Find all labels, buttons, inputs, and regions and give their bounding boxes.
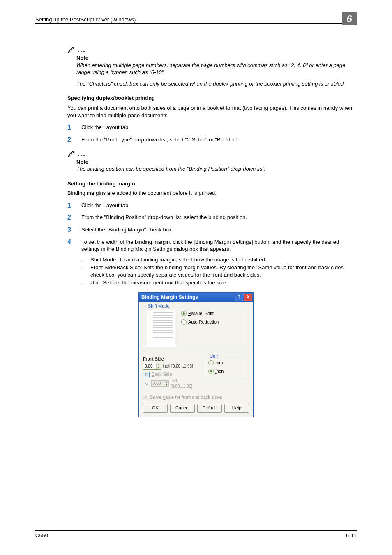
- parallel-shift-radio[interactable]: Parallel Shift: [181, 310, 219, 317]
- unit-mm-radio[interactable]: mm: [208, 360, 245, 366]
- shift-mode-preview-icon: [147, 310, 175, 347]
- binding-margin-settings-dialog: Binding Margin Settings ? X Shift Mode: [138, 292, 254, 417]
- link-icon: ⇵: [143, 372, 150, 377]
- bullet-dash-icon: –: [81, 279, 90, 287]
- section-heading-binding: Setting the binding margin: [67, 180, 357, 187]
- spin-arrows-icon: ▲▼: [164, 381, 168, 386]
- front-side-spinbox[interactable]: 0.00 ▲▼: [143, 363, 161, 370]
- step-text: To set the width of the binding margin, …: [81, 238, 357, 253]
- same-value-checkbox: ✓ Same value for front and back sides: [143, 394, 249, 400]
- link-arrow-icon: ↘: [143, 381, 149, 386]
- note-text: The "Chapters" check box can only be sel…: [76, 80, 357, 88]
- shift-mode-groupbox: Shift Mode Parallel Shift: [143, 306, 249, 352]
- cancel-button[interactable]: Cancel: [170, 404, 195, 413]
- radio-icon: [181, 311, 187, 316]
- spin-arrows-icon[interactable]: ▲▼: [156, 363, 161, 369]
- pencil-icon: [67, 149, 76, 157]
- bullet-dash-icon: –: [81, 256, 90, 264]
- note-label: Note: [76, 158, 357, 166]
- step-number: 1: [67, 201, 81, 210]
- unit-groupbox: Unit mm inch: [205, 356, 249, 379]
- group-legend: Unit: [208, 353, 219, 359]
- note-text: The binding position can be specified fr…: [76, 165, 357, 173]
- step-number: 2: [67, 213, 81, 222]
- range-hint: inch [0.00...1.96]: [163, 363, 193, 369]
- titlebar-close-button[interactable]: X: [244, 294, 252, 301]
- note-dots-icon: ...: [77, 45, 86, 55]
- step-number: 4: [67, 238, 81, 253]
- step-text: Click the Layout tab.: [81, 201, 357, 210]
- footer-model: C650: [35, 532, 48, 539]
- note-block: ... Note When entering multiple page num…: [67, 44, 357, 87]
- dialog-title: Binding Margin Settings: [141, 294, 198, 301]
- bullet-text: Shift Mode: To add a binding margin, sel…: [90, 256, 266, 264]
- chapter-number-badge: 6: [342, 12, 357, 25]
- checkbox-icon: ✓: [143, 395, 148, 400]
- bullet-text: Unit: Selects the measurement unit that …: [90, 279, 228, 287]
- step-text: Click the Layout tab.: [81, 123, 357, 132]
- titlebar-help-button[interactable]: ?: [235, 294, 243, 301]
- help-button[interactable]: Help: [224, 404, 249, 413]
- step-text: From the "Print Type" drop-down list, se…: [81, 135, 357, 144]
- note-text: When entering multiple page numbers, sep…: [76, 62, 357, 76]
- step-text: From the "Binding Position" drop-down li…: [81, 213, 357, 222]
- section-heading-duplex: Specifying duplex/booklet printing: [67, 95, 357, 102]
- dialog-titlebar[interactable]: Binding Margin Settings ? X: [139, 293, 253, 302]
- radio-icon: [208, 369, 214, 374]
- back-side-spinbox: 0.00 ▲▼: [151, 380, 169, 387]
- back-side-label: Back Side: [152, 372, 172, 377]
- pencil-icon: [67, 45, 76, 53]
- step-text: Select the "Binding Margin" check box.: [81, 225, 357, 234]
- radio-icon: [181, 319, 187, 325]
- unit-inch-radio[interactable]: inch: [208, 368, 245, 375]
- step-number: 3: [67, 225, 81, 234]
- default-button[interactable]: Default: [197, 404, 222, 413]
- group-legend: Shift Mode: [147, 303, 171, 309]
- bullet-text: Front Side/Back Side: Sets the binding m…: [90, 264, 357, 278]
- ok-button[interactable]: OK: [143, 404, 168, 413]
- radio-icon: [208, 360, 214, 365]
- body-paragraph: You can print a document onto both sides…: [67, 104, 357, 119]
- note-block: ... Note The binding position can be spe…: [67, 147, 357, 172]
- running-head: Setting up the PostScript driver (Window…: [35, 16, 136, 23]
- auto-reduction-radio[interactable]: Auto Reduction: [181, 319, 219, 325]
- note-label: Note: [76, 54, 357, 62]
- step-number: 2: [67, 135, 81, 144]
- note-dots-icon: ...: [77, 148, 86, 158]
- step-number: 1: [67, 123, 81, 132]
- front-side-label: Front Side: [143, 356, 201, 362]
- footer-page-number: 6-11: [346, 532, 357, 539]
- bullet-dash-icon: –: [81, 264, 90, 278]
- range-hint: inch [0.00...1.96]: [171, 378, 201, 389]
- body-paragraph: Binding margins are added to the documen…: [67, 190, 357, 197]
